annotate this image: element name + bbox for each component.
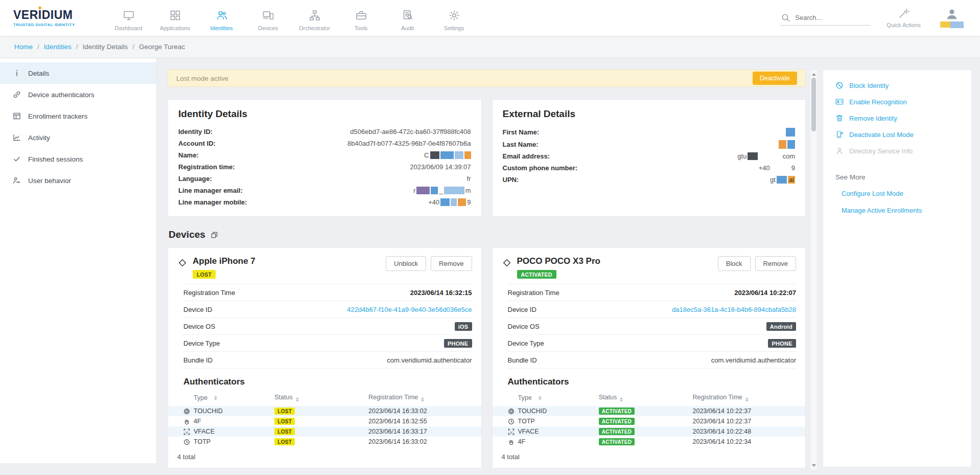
sidebar-item-label: Finished sessions — [28, 155, 83, 163]
card-title: Identity Details — [168, 100, 481, 126]
remove-identity-action[interactable]: Remove Identity — [823, 110, 971, 126]
block-identity-action[interactable]: Block Identity — [823, 77, 971, 94]
remove-device-button[interactable]: Remove — [755, 256, 796, 271]
nav-label: Identities — [210, 25, 232, 31]
scroll-down-arrow[interactable] — [812, 464, 816, 467]
auth-table-header: Type Status Registration Time — [168, 392, 481, 406]
face-icon — [508, 428, 515, 435]
sidebar-item-details[interactable]: Details — [0, 62, 156, 84]
sidebar-item-enrollment-trackers[interactable]: Enrollment trackers — [0, 105, 156, 127]
device-id-link[interactable]: 422d4b67-f10e-41a9-9e40-3e56d036e5ce — [347, 306, 472, 313]
nav-label: Tools — [355, 25, 368, 31]
enable-recognition-action[interactable]: Enable Recognition — [823, 94, 971, 110]
field-label: Last Name: — [503, 141, 539, 148]
registration-time-value: 2023/06/09 14:39:07 — [410, 163, 471, 171]
redaction-block — [748, 152, 758, 160]
device-name: POCO POCO X3 Pro — [517, 256, 600, 266]
row-time: 2023/06/14 16:33:02 — [368, 438, 481, 445]
bundle-id-value: com.veridiumid.authenticator — [711, 356, 796, 364]
remove-device-button[interactable]: Remove — [431, 256, 472, 271]
field-row: First Name: — [493, 126, 806, 138]
deactivate-lost-mode-button[interactable]: Deactivate — [753, 72, 797, 85]
vertical-scrollbar[interactable] — [810, 70, 818, 470]
device-registration-time: 2023/06/14 10:22:07 — [734, 289, 796, 297]
nav-item-orchestrator[interactable]: Orchestrator — [291, 5, 338, 31]
face-icon — [183, 428, 190, 435]
unblock-button[interactable]: Unblock — [386, 256, 426, 271]
sidebar-item-activity[interactable]: Activity — [0, 127, 156, 148]
scrollbar-thumb[interactable] — [811, 78, 816, 131]
breadcrumb-home[interactable]: Home — [14, 43, 33, 51]
expand-devices-icon[interactable] — [211, 231, 218, 239]
device-id-link[interactable]: da18ec5a-361a-4c16-b4b6-894cbafa5b28 — [672, 306, 796, 313]
info-icon — [12, 69, 21, 77]
left-sidebar: Details Device authenticators Enrollment… — [0, 58, 156, 463]
field-row: Language: fr — [168, 173, 481, 185]
authenticator-row: 4F LOST 2023/06/14 16:32:55 — [168, 416, 481, 426]
quick-actions-button[interactable]: Quick Actions — [886, 8, 921, 28]
veridium-logo[interactable]: VERIDIUM TRUSTED DIGITAL IDENTITY — [13, 9, 99, 27]
redaction-block — [431, 187, 438, 194]
nav-item-devices[interactable]: Devices — [245, 5, 291, 31]
line-manager-mobile-value: +40 9 — [428, 198, 471, 206]
device-field: Device ID da18ec5a-361a-4c16-b4b6-894cba… — [508, 301, 797, 318]
main-nav: Dashboard Applications Identities Device… — [105, 5, 477, 31]
field-label: UPN: — [503, 176, 519, 184]
sort-icon — [296, 397, 299, 402]
breadcrumb-identities[interactable]: Identities — [44, 43, 72, 51]
actions-panel: Block Identity Enable Recognition Remove… — [823, 70, 972, 467]
nav-item-audit[interactable]: Audit — [384, 5, 431, 31]
row-time: 2023/06/14 10:22:34 — [693, 438, 806, 445]
configure-lost-mode-link[interactable]: Configure Lost Mode — [823, 185, 971, 202]
nav-item-applications[interactable]: Applications — [152, 5, 198, 31]
card-title: External Details — [493, 100, 806, 126]
redaction-block — [444, 187, 464, 194]
block-button[interactable]: Block — [718, 256, 751, 271]
column-header-status[interactable]: Status — [274, 394, 368, 402]
column-header-time[interactable]: Registration Time — [693, 394, 806, 402]
device-field: Device Type PHONE — [508, 335, 797, 352]
sidebar-item-finished-sessions[interactable]: Finished sessions — [0, 148, 156, 170]
chart-icon — [12, 133, 21, 142]
line-manager-email-value: r _ m — [413, 187, 471, 194]
device-buttons: Block Remove — [718, 256, 796, 271]
sidebar-item-device-authenticators[interactable]: Device authenticators — [0, 84, 156, 105]
sort-icon — [421, 397, 424, 402]
field-label: Device OS — [508, 323, 540, 330]
user-avatar[interactable] — [937, 8, 967, 28]
sidebar-item-user-behavior[interactable]: User behavior — [0, 170, 156, 191]
device-head: POCO POCO X3 Pro ACTIVATED Block Remove — [493, 256, 806, 284]
logo-text: VERIDIUM — [13, 9, 99, 21]
field-label: Device Type — [508, 340, 544, 347]
action-label: Deactivate Lost Mode — [849, 131, 914, 139]
search-input[interactable] — [795, 14, 862, 21]
check-icon — [12, 155, 21, 163]
nav-item-identities[interactable]: Identities — [198, 5, 245, 31]
deactivate-lost-mode-action[interactable]: Deactivate Lost Mode — [823, 126, 971, 143]
scroll-up-arrow[interactable] — [812, 73, 816, 76]
column-header-time[interactable]: Registration Time — [368, 394, 481, 402]
action-label: Remove Identity — [849, 115, 897, 122]
clock-icon — [508, 418, 515, 425]
manage-active-enrollments-link[interactable]: Manage Active Enrollments — [823, 202, 971, 219]
device-head: Apple iPhone 7 LOST Unblock Remove — [168, 256, 481, 284]
nav-item-dashboard[interactable]: Dashboard — [105, 5, 152, 31]
field-row: Custom phone number: +40 9 — [493, 162, 806, 174]
action-label: Directory Service Info — [849, 147, 913, 155]
sort-icon — [214, 396, 217, 400]
field-label: Identity ID: — [178, 128, 213, 135]
nav-item-settings[interactable]: Settings — [431, 5, 477, 31]
devices-section-header: Devices — [169, 229, 806, 240]
details-row: Identity Details Identity ID: d506ebd7-a… — [168, 99, 806, 217]
search-box — [780, 10, 870, 26]
column-header-type[interactable]: Type — [493, 394, 599, 401]
status-badge: LOST — [274, 428, 295, 435]
column-header-type[interactable]: Type — [168, 394, 274, 401]
nav-item-tools[interactable]: Tools — [338, 5, 384, 31]
sort-icon — [620, 397, 623, 402]
lost-mode-banner: Lost mode active Deactivate — [168, 70, 806, 87]
row-time: 2023/06/14 16:33:02 — [368, 408, 481, 415]
column-header-status[interactable]: Status — [599, 394, 693, 402]
device-field: Bundle ID com.veridiumid.authenticator — [508, 352, 797, 369]
fingerprint-icon — [508, 408, 515, 415]
